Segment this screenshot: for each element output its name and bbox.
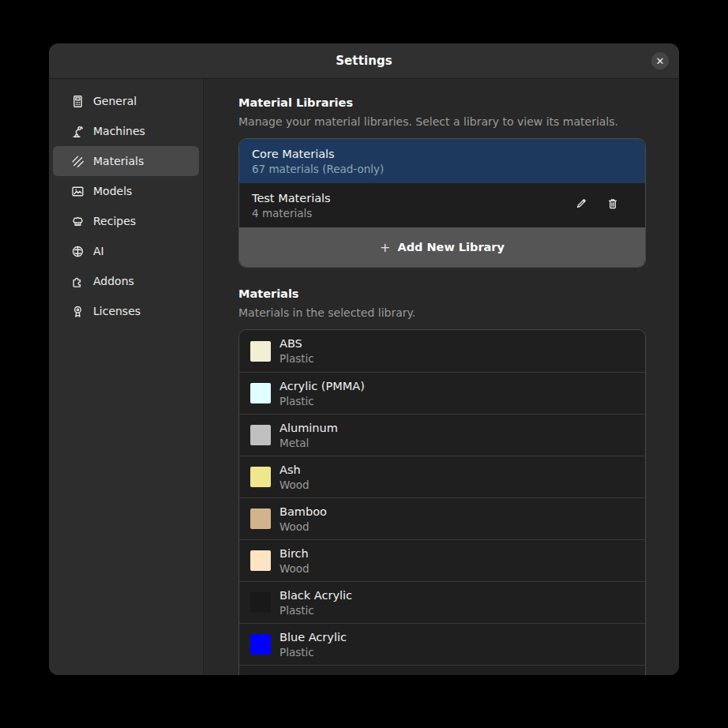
- material-row[interactable]: Acrylic (PMMA)Plastic: [239, 372, 645, 414]
- material-name: Blue Acrylic: [280, 631, 347, 644]
- library-row-text: Core Materials67 materials (Read-only): [252, 147, 632, 175]
- dialog-body: GeneralMachinesMaterialsModelsRecipesAIA…: [49, 79, 679, 675]
- material-row[interactable]: ABSPlastic: [239, 330, 645, 372]
- material-color-swatch: [250, 341, 271, 362]
- material-color-swatch: [250, 550, 271, 571]
- sidebar-item-label: Licenses: [93, 305, 141, 317]
- material-row[interactable]: Blue AcrylicPlastic: [239, 623, 645, 665]
- material-name: Bamboo: [280, 505, 327, 519]
- close-icon: ✕: [656, 56, 665, 66]
- sidebar: GeneralMachinesMaterialsModelsRecipesAIA…: [49, 79, 204, 675]
- console-icon: [71, 95, 84, 108]
- materials-section-title: Materials: [238, 287, 646, 300]
- material-category: Plastic: [280, 395, 365, 407]
- puzzle-icon: [71, 275, 84, 288]
- material-name: Black Acrylic: [280, 589, 352, 602]
- material-color-swatch: [250, 425, 271, 445]
- library-list: Core Materials67 materials (Read-only)Te…: [238, 138, 646, 268]
- badge-icon: [71, 305, 84, 318]
- add-new-library-button[interactable]: +Add New Library: [239, 227, 645, 267]
- material-category: Plastic: [280, 604, 352, 617]
- library-name: Core Materials: [252, 147, 632, 161]
- brain-icon: [71, 245, 84, 258]
- delete-library-button[interactable]: [604, 197, 621, 214]
- library-actions: [572, 197, 632, 214]
- material-row[interactable]: BambooWood: [239, 497, 645, 539]
- sidebar-item-label: AI: [93, 245, 104, 257]
- materials-section: Materials Materials in the selected libr…: [238, 287, 646, 675]
- sidebar-item-materials[interactable]: Materials: [53, 146, 199, 176]
- material-row[interactable]: BirchWood: [239, 539, 645, 581]
- sidebar-item-label: General: [93, 95, 137, 107]
- material-row-text: Black AcrylicPlastic: [280, 589, 352, 617]
- add-new-library-label: Add New Library: [397, 241, 505, 253]
- material-category: Wood: [280, 478, 310, 491]
- window-title: Settings: [336, 54, 392, 68]
- sidebar-item-machines[interactable]: Machines: [53, 116, 199, 146]
- material-libraries-section: Material Libraries Manage your material …: [238, 96, 646, 268]
- material-row-text: AluminumMetal: [280, 422, 338, 449]
- sidebar-item-ai[interactable]: AI: [53, 236, 199, 266]
- material-name: ABS: [280, 337, 314, 351]
- material-row-text: AshWood: [280, 463, 310, 491]
- library-name: Test Materials: [252, 191, 572, 205]
- material-color-swatch: [250, 634, 271, 655]
- material-row-text: BirchWood: [280, 547, 310, 575]
- material-name: Birch: [280, 547, 310, 561]
- material-row-text: Acrylic (PMMA)Plastic: [280, 380, 365, 407]
- material-color-swatch: [250, 383, 271, 403]
- material-color-swatch: [250, 508, 271, 529]
- sidebar-item-recipes[interactable]: Recipes: [53, 206, 199, 236]
- material-category: Wood: [280, 520, 327, 533]
- material-row[interactable]: AshWood: [239, 456, 645, 497]
- sidebar-item-label: Machines: [93, 125, 145, 137]
- material-name: Ash: [280, 463, 310, 477]
- image-icon: [71, 185, 84, 198]
- sidebar-item-label: Materials: [93, 155, 144, 167]
- sidebar-item-addons[interactable]: Addons: [53, 266, 199, 296]
- material-row-text: ABSPlastic: [280, 337, 314, 365]
- material-row-text: Blue AcrylicPlastic: [280, 631, 347, 659]
- settings-dialog: Settings ✕ GeneralMachinesMaterialsModel…: [49, 43, 679, 675]
- pencil-icon: [575, 197, 587, 213]
- material-list: ABSPlasticAcrylic (PMMA)PlasticAluminumM…: [238, 329, 646, 675]
- sidebar-item-general[interactable]: General: [53, 86, 199, 116]
- library-detail: 4 materials: [252, 207, 572, 220]
- material-name: Acrylic (PMMA): [280, 380, 365, 393]
- main-content: Material Libraries Manage your material …: [204, 79, 679, 675]
- library-row[interactable]: Core Materials67 materials (Read-only): [239, 139, 645, 183]
- sidebar-item-label: Addons: [93, 275, 134, 287]
- material-category: Plastic: [280, 352, 314, 365]
- hatch-icon: [71, 155, 84, 168]
- libraries-section-subtitle: Manage your material libraries. Select a…: [238, 115, 646, 128]
- material-row[interactable]: Blue Slate: [239, 665, 645, 675]
- material-category: Plastic: [280, 646, 347, 659]
- library-row[interactable]: Test Materials4 materials: [239, 183, 645, 227]
- material-category: Wood: [280, 562, 310, 575]
- close-button[interactable]: ✕: [651, 52, 669, 69]
- material-row[interactable]: Black AcrylicPlastic: [239, 581, 645, 623]
- material-color-swatch: [250, 592, 271, 613]
- libraries-section-title: Material Libraries: [238, 96, 646, 109]
- sidebar-item-licenses[interactable]: Licenses: [53, 296, 199, 326]
- edit-library-button[interactable]: [572, 197, 590, 214]
- library-detail: 67 materials (Read-only): [252, 163, 632, 175]
- material-row[interactable]: AluminumMetal: [239, 414, 645, 456]
- library-row-text: Test Materials4 materials: [252, 191, 572, 220]
- sidebar-item-label: Models: [93, 185, 132, 197]
- material-row-text: BambooWood: [280, 505, 327, 533]
- material-color-swatch: [250, 467, 271, 487]
- trash-icon: [606, 197, 619, 213]
- materials-section-subtitle: Materials in the selected library.: [238, 306, 646, 319]
- sidebar-item-models[interactable]: Models: [53, 176, 199, 206]
- titlebar: Settings ✕: [49, 43, 679, 79]
- robot-arm-icon: [71, 125, 84, 138]
- material-category: Metal: [280, 437, 338, 449]
- plus-icon: +: [380, 240, 390, 255]
- material-name: Aluminum: [280, 422, 338, 435]
- chef-hat-icon: [71, 215, 84, 228]
- sidebar-item-label: Recipes: [93, 215, 136, 227]
